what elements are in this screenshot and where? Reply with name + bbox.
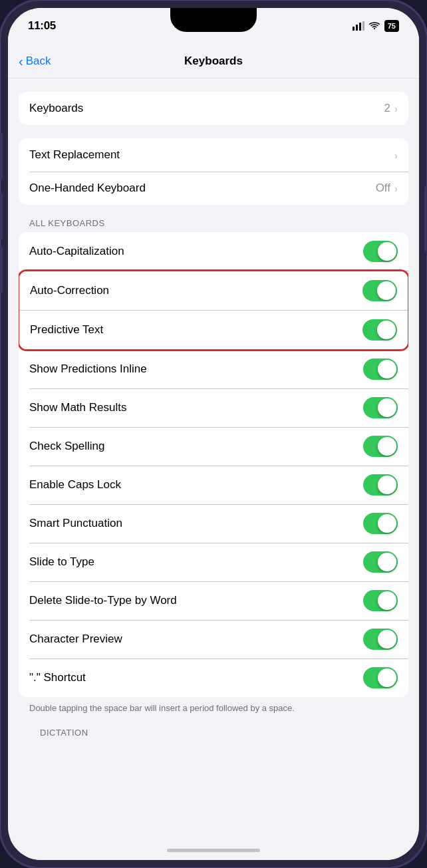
period-shortcut-label: "." Shortcut [29, 671, 86, 684]
toggle-knob [378, 553, 396, 571]
text-replacement-chevron-icon: › [394, 150, 398, 161]
home-bar [167, 849, 260, 852]
slide-to-type-row[interactable]: Slide to Type [19, 543, 408, 581]
toggle-knob [378, 668, 396, 687]
show-math-results-row[interactable]: Show Math Results [19, 388, 408, 427]
smart-punctuation-toggle[interactable] [363, 513, 398, 534]
enable-caps-lock-toggle[interactable] [363, 474, 398, 496]
slide-to-type-toggle[interactable] [363, 551, 398, 573]
predictive-text-toggle[interactable] [362, 319, 397, 341]
toggle-knob [378, 476, 396, 494]
character-preview-label: Character Preview [29, 633, 122, 646]
auto-correction-row[interactable]: Auto-Correction [19, 271, 408, 310]
dictation-label: DICTATION [29, 728, 398, 742]
highlight-box: Auto-Correction Predictive Text [19, 269, 408, 351]
phone-screen: 11:05 75 [8, 8, 419, 860]
svg-rect-3 [362, 21, 364, 31]
nav-bar: ‹ Back Keyboards [8, 44, 419, 78]
notch [170, 8, 257, 32]
keyboards-label: Keyboards [29, 102, 83, 115]
all-keyboards-card: Auto-Capitalization Auto-Correction [19, 232, 408, 697]
one-handed-value: Off [376, 182, 390, 195]
character-preview-toggle[interactable] [363, 629, 398, 650]
auto-capitalization-row[interactable]: Auto-Capitalization [19, 232, 408, 271]
enable-caps-lock-label: Enable Caps Lock [29, 478, 121, 492]
show-math-results-toggle[interactable] [363, 397, 398, 418]
one-handed-right: Off › [376, 182, 398, 195]
toggle-knob [378, 514, 396, 533]
auto-correction-label: Auto-Correction [30, 284, 109, 297]
show-predictions-inline-label: Show Predictions Inline [29, 362, 147, 376]
show-predictions-inline-row[interactable]: Show Predictions Inline [19, 350, 408, 388]
keyboards-group: Keyboards 2 › [19, 92, 408, 125]
toggle-knob [377, 281, 396, 300]
period-shortcut-toggle[interactable] [363, 667, 398, 688]
power-button[interactable] [424, 186, 427, 253]
phone-frame: 11:05 75 [0, 0, 427, 868]
volume-down-button[interactable] [0, 193, 3, 239]
toggle-knob [378, 242, 396, 261]
status-icons: 75 [353, 20, 399, 32]
back-arrow-icon: ‹ [19, 55, 23, 68]
svg-rect-1 [356, 25, 358, 31]
check-spelling-toggle[interactable] [363, 436, 398, 457]
predictive-text-label: Predictive Text [30, 323, 103, 337]
auto-correction-toggle[interactable] [362, 280, 397, 301]
all-keyboards-footer: Double tapping the space bar will insert… [19, 697, 408, 714]
check-spelling-label: Check Spelling [29, 440, 104, 453]
character-preview-row[interactable]: Character Preview [19, 620, 408, 658]
home-indicator [8, 840, 419, 860]
text-settings-card: Text Replacement › One-Handed Keyboard O… [19, 138, 408, 205]
keyboards-card: Keyboards 2 › [19, 92, 408, 125]
delete-slide-to-type-toggle[interactable] [363, 590, 398, 611]
one-handed-keyboard-row[interactable]: One-Handed Keyboard Off › [19, 172, 408, 205]
one-handed-label: One-Handed Keyboard [29, 182, 146, 195]
toggle-knob [378, 437, 396, 456]
slide-to-type-label: Slide to Type [29, 555, 94, 569]
smart-punctuation-row[interactable]: Smart Punctuation [19, 504, 408, 543]
keyboards-chevron-icon: › [394, 103, 398, 114]
status-time: 11:05 [28, 19, 56, 33]
delete-slide-to-type-row[interactable]: Delete Slide-to-Type by Word [19, 581, 408, 620]
dictation-section: DICTATION [19, 728, 408, 747]
auto-capitalization-toggle[interactable] [363, 241, 398, 262]
highlight-inner: Auto-Correction Predictive Text [19, 271, 408, 349]
toggle-knob [377, 321, 396, 339]
signal-icon [353, 21, 364, 31]
delete-slide-to-type-label: Delete Slide-to-Type by Word [29, 594, 177, 607]
toggle-knob [378, 398, 396, 417]
battery-icon: 75 [384, 20, 399, 32]
svg-rect-2 [359, 23, 361, 31]
silent-switch[interactable] [0, 246, 3, 293]
smart-punctuation-label: Smart Punctuation [29, 517, 122, 530]
one-handed-chevron-icon: › [394, 183, 398, 194]
auto-capitalization-label: Auto-Capitalization [29, 245, 124, 258]
keyboards-row[interactable]: Keyboards 2 › [19, 92, 408, 125]
show-predictions-inline-toggle[interactable] [363, 359, 398, 380]
text-replacement-label: Text Replacement [29, 148, 120, 162]
svg-rect-0 [353, 27, 355, 31]
enable-caps-lock-row[interactable]: Enable Caps Lock [19, 466, 408, 504]
text-replacement-right: › [394, 150, 398, 161]
text-settings-group: Text Replacement › One-Handed Keyboard O… [19, 138, 408, 205]
toggle-knob [378, 360, 396, 378]
highlight-section: Auto-Correction Predictive Text [19, 269, 408, 351]
volume-up-button[interactable] [0, 133, 3, 180]
text-replacement-row[interactable]: Text Replacement › [19, 138, 408, 172]
predictive-text-row[interactable]: Predictive Text [19, 310, 408, 349]
all-keyboards-group: ALL KEYBOARDS Auto-Capitalization [19, 218, 408, 714]
page-title: Keyboards [184, 55, 243, 68]
period-shortcut-row[interactable]: "." Shortcut [19, 658, 408, 697]
toggle-knob [378, 591, 396, 610]
status-bar: 11:05 75 [8, 8, 419, 44]
wifi-icon [368, 21, 380, 31]
back-label: Back [26, 55, 51, 68]
all-keyboards-section-label: ALL KEYBOARDS [19, 218, 408, 232]
show-math-results-label: Show Math Results [29, 401, 126, 414]
keyboards-right: 2 › [384, 102, 398, 115]
toggle-knob [378, 630, 396, 649]
back-button[interactable]: ‹ Back [19, 55, 51, 68]
content-area: Keyboards 2 › Text Replacement › [8, 78, 419, 840]
keyboards-value: 2 [384, 102, 390, 115]
check-spelling-row[interactable]: Check Spelling [19, 427, 408, 466]
